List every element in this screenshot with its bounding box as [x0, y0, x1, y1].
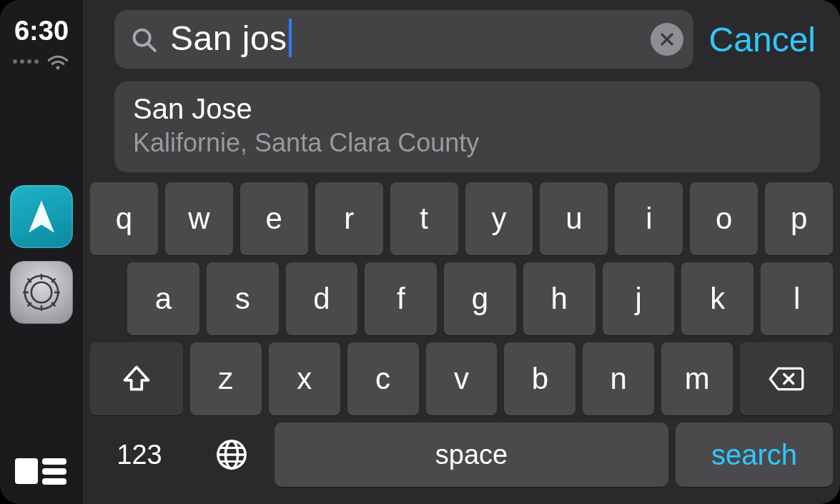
navigation-app-icon[interactable]	[10, 185, 73, 248]
key-e[interactable]: e	[240, 182, 308, 255]
key-c[interactable]: c	[347, 342, 419, 415]
svg-rect-10	[15, 458, 38, 484]
clock: 6:30	[14, 16, 69, 46]
key-m[interactable]: m	[661, 342, 733, 415]
svg-rect-13	[42, 478, 66, 485]
svg-line-15	[148, 44, 155, 50]
svg-rect-12	[42, 468, 66, 475]
backspace-key[interactable]	[740, 342, 833, 415]
key-k[interactable]: k	[681, 262, 753, 335]
backspace-icon	[768, 365, 805, 393]
search-input[interactable]: San jos	[170, 19, 638, 60]
key-j[interactable]: j	[603, 262, 675, 335]
cancel-button[interactable]: Cancel	[709, 20, 820, 59]
key-z[interactable]: z	[190, 342, 262, 415]
keyboard-row-1: q w e r t y u i o p	[83, 182, 840, 255]
key-b[interactable]: b	[504, 342, 575, 415]
key-f[interactable]: f	[365, 262, 437, 335]
main-panel: San jos Cancel San Jose Kalifornie, Sant…	[83, 0, 840, 504]
globe-key[interactable]	[196, 423, 267, 487]
key-a[interactable]: a	[127, 262, 199, 335]
search-key[interactable]: search	[676, 423, 833, 487]
key-t[interactable]: t	[390, 182, 458, 255]
key-o[interactable]: o	[690, 182, 758, 255]
svg-point-1	[31, 282, 51, 302]
keyboard-row-2: a s d f g h j k l	[83, 262, 840, 335]
carplay-screen: 6:30	[0, 0, 840, 504]
key-g[interactable]: g	[444, 262, 516, 335]
keyboard-row-3: z x c v b n m	[83, 342, 840, 415]
key-w[interactable]: w	[165, 182, 233, 255]
space-key[interactable]: space	[275, 423, 668, 487]
globe-icon	[215, 438, 248, 471]
key-u[interactable]: u	[540, 182, 608, 255]
key-r[interactable]: r	[315, 182, 383, 255]
status-sidebar: 6:30	[0, 0, 83, 504]
numeric-toggle-key[interactable]: 123	[90, 423, 189, 487]
search-suggestion[interactable]: San Jose Kalifornie, Santa Clara County	[114, 81, 820, 172]
search-bar-row: San jos Cancel	[83, 0, 840, 76]
key-l[interactable]: l	[761, 262, 833, 335]
key-n[interactable]: n	[583, 342, 654, 415]
suggestion-title: San Jose	[133, 93, 801, 125]
key-s[interactable]: s	[207, 262, 279, 335]
settings-app-icon[interactable]	[10, 261, 73, 324]
search-icon	[130, 26, 157, 53]
key-x[interactable]: x	[269, 342, 340, 415]
keyboard-row-4: 123 space search	[83, 423, 840, 491]
cellular-dots-icon	[13, 59, 39, 64]
svg-rect-11	[42, 458, 66, 465]
key-v[interactable]: v	[426, 342, 498, 415]
key-i[interactable]: i	[615, 182, 683, 255]
home-dashboard-button[interactable]	[0, 454, 83, 488]
key-d[interactable]: d	[286, 262, 358, 335]
search-input-value: San jos	[170, 19, 287, 57]
key-p[interactable]: p	[765, 182, 833, 255]
keyboard: q w e r t y u i o p a s d f g h j k l	[83, 182, 840, 504]
wifi-icon	[46, 52, 70, 71]
close-icon	[658, 31, 676, 48]
suggestion-subtitle: Kalifornie, Santa Clara County	[133, 128, 801, 158]
clear-search-button[interactable]	[651, 23, 683, 56]
status-indicators	[13, 52, 70, 71]
key-y[interactable]: y	[465, 182, 533, 255]
text-cursor	[289, 19, 292, 57]
shift-icon	[121, 363, 152, 395]
shift-key[interactable]	[90, 342, 183, 415]
key-h[interactable]: h	[523, 262, 596, 335]
search-field[interactable]: San jos	[114, 10, 693, 69]
key-q[interactable]: q	[90, 182, 158, 255]
